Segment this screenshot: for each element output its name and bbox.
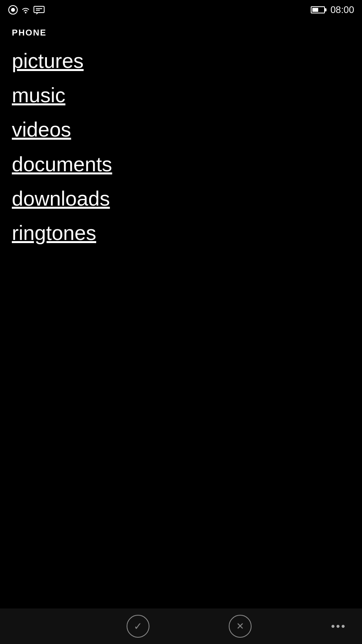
svg-point-1 — [11, 8, 15, 12]
menu-item-documents[interactable]: documents — [12, 149, 350, 183]
message-icon — [33, 6, 45, 14]
bottom-bar: ✓ ✕ ••• — [0, 608, 362, 644]
menu-item-music[interactable]: music — [12, 80, 350, 114]
main-content: PHONE picturesmusicvideosdocumentsdownlo… — [0, 20, 362, 260]
battery-icon — [311, 6, 325, 13]
menu-item-pictures[interactable]: pictures — [12, 46, 350, 80]
status-bar: 08:00 — [0, 0, 362, 20]
more-button[interactable]: ••• — [331, 620, 346, 633]
cancel-button[interactable]: ✕ — [229, 615, 252, 638]
more-icon: ••• — [331, 620, 346, 633]
menu-item-videos[interactable]: videos — [12, 114, 350, 149]
svg-point-2 — [25, 12, 26, 13]
sync-icon — [8, 5, 18, 15]
section-title: PHONE — [12, 28, 350, 38]
check-icon: ✓ — [134, 620, 142, 633]
close-icon: ✕ — [236, 621, 244, 632]
menu-item-ringtones[interactable]: ringtones — [12, 218, 350, 252]
status-icons-left — [8, 5, 45, 15]
status-icons-right: 08:00 — [311, 4, 354, 15]
confirm-button[interactable]: ✓ — [127, 615, 149, 638]
wifi-icon — [21, 6, 31, 14]
menu-item-downloads[interactable]: downloads — [12, 183, 350, 218]
svg-rect-3 — [34, 6, 44, 13]
menu-list: picturesmusicvideosdocumentsdownloadsrin… — [12, 46, 350, 252]
clock: 08:00 — [330, 4, 354, 15]
